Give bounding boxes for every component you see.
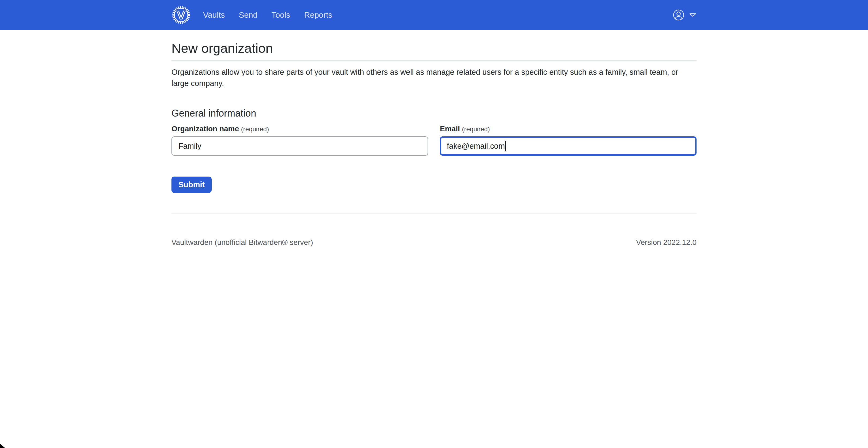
organization-name-label-text: Organization name xyxy=(172,125,239,133)
page-title: New organization xyxy=(172,41,696,56)
organization-name-input[interactable]: Family xyxy=(172,137,428,156)
email-input[interactable]: fake@email.com xyxy=(440,137,696,156)
page-description: Organizations allow you to share parts o… xyxy=(172,66,696,89)
nav-link-tools[interactable]: Tools xyxy=(271,10,290,19)
section-title-general-information: General information xyxy=(172,108,696,119)
email-field-group: Email (required) fake@email.com xyxy=(440,124,696,156)
nav-link-send[interactable]: Send xyxy=(239,10,257,19)
vaultwarden-logo-icon xyxy=(172,5,191,25)
nav-link-vaults[interactable]: Vaults xyxy=(203,10,225,19)
top-navbar: Vaults Send Tools Reports xyxy=(0,0,868,30)
submit-button[interactable]: Submit xyxy=(172,177,212,193)
nav-item-reports[interactable]: Reports xyxy=(304,10,332,20)
footer-divider xyxy=(172,214,696,214)
title-divider xyxy=(172,60,696,61)
vaultwarden-logo[interactable] xyxy=(172,5,191,25)
chevron-down-icon xyxy=(689,13,696,17)
nav-item-send[interactable]: Send xyxy=(239,10,257,20)
footer-version: Version 2022.12.0 xyxy=(636,238,696,247)
nav-item-tools[interactable]: Tools xyxy=(271,10,290,20)
cursor-artifact xyxy=(0,444,5,448)
organization-name-value: Family xyxy=(179,142,201,151)
account-menu-button[interactable] xyxy=(673,9,696,21)
organization-name-required-hint: (required) xyxy=(241,125,269,132)
email-label: Email (required) xyxy=(440,124,696,134)
main-content: New organization Organizations allow you… xyxy=(172,41,696,247)
organization-name-field-group: Organization name (required) Family xyxy=(172,124,428,156)
navbar-links: Vaults Send Tools Reports xyxy=(203,10,346,20)
text-caret xyxy=(505,141,506,151)
email-required-hint: (required) xyxy=(462,125,490,132)
nav-item-vaults[interactable]: Vaults xyxy=(203,10,225,20)
person-circle-icon xyxy=(673,9,684,21)
email-value: fake@email.com xyxy=(447,142,505,151)
nav-link-reports[interactable]: Reports xyxy=(304,10,332,19)
footer-server-name: Vaultwarden (unofficial Bitwarden® serve… xyxy=(172,238,313,247)
form-fields-row: Organization name (required) Family Emai… xyxy=(172,124,696,156)
page-footer: Vaultwarden (unofficial Bitwarden® serve… xyxy=(172,238,696,247)
organization-name-label: Organization name (required) xyxy=(172,124,428,134)
email-label-text: Email xyxy=(440,125,460,133)
navbar-inner: Vaults Send Tools Reports xyxy=(172,0,696,30)
